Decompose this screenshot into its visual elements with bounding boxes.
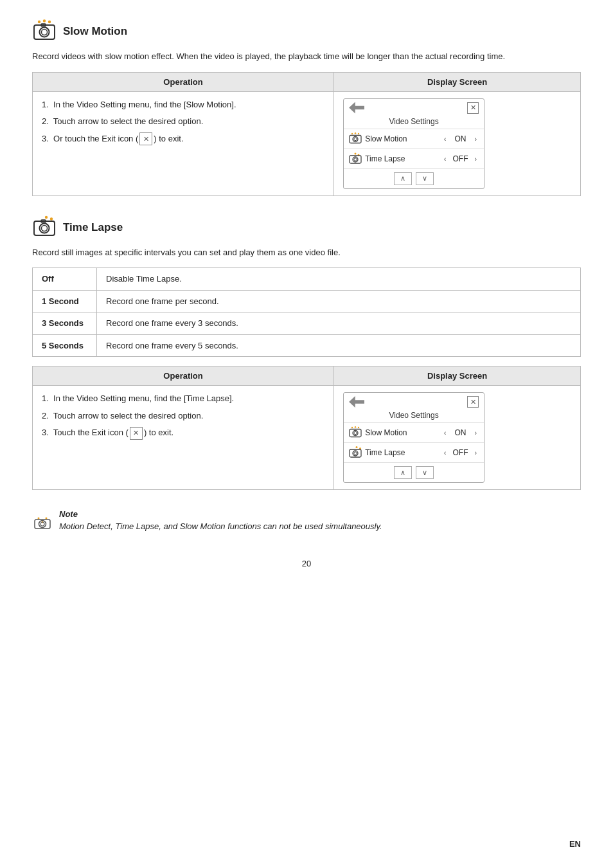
mockup-time-label-2: Time Lapse (365, 448, 439, 457)
svg-point-25 (355, 426, 356, 428)
option-5sec-key: 5 Seconds (33, 334, 97, 357)
mockup-header-2: ✕ (344, 393, 484, 410)
exit-icon-inline-1: ✕ (139, 132, 152, 145)
page-number: 20 (302, 559, 311, 568)
time-lapse-step-2: 2. Touch arrow to select the desired opt… (42, 410, 324, 422)
svg-point-33 (353, 451, 358, 456)
time-lapse-step-list: 1. In the Video Setting menu, find the [… (42, 392, 324, 440)
slow-motion-op-table: Operation Display Screen 1. In the Video… (32, 72, 581, 196)
option-off-value: Disable Time Lapse. (97, 268, 581, 291)
mockup-row-time-2: Time Lapse ‹ OFF › (344, 442, 484, 462)
mockup-arrow-left-2: ‹ (442, 155, 449, 163)
time-lapse-step-1: 1. In the Video Setting menu, find the [… (42, 392, 324, 405)
svg-point-30 (356, 446, 358, 448)
mockup-nav-down-2: ∨ (416, 466, 434, 479)
svg-point-13 (355, 152, 357, 154)
mockup-arrow-right-4: › (472, 449, 479, 457)
table-row: 1 Second Record one frame per second. (33, 290, 581, 312)
svg-point-0 (38, 21, 40, 23)
mockup-header-1: ✕ (344, 99, 484, 116)
option-1sec-value: Record one frame per second. (97, 290, 581, 312)
mockup-time-value-1: OFF (451, 154, 469, 163)
page-footer: 20 (32, 559, 581, 568)
slow-motion-display-header: Display Screen (334, 72, 581, 91)
svg-point-12 (354, 138, 357, 140)
mockup-arrow-left-3: ‹ (442, 429, 449, 437)
time-lapse-icon (32, 215, 57, 240)
option-1sec-key: 1 Second (33, 290, 97, 312)
slow-motion-step-list: 1. In the Video Setting menu, find the [… (42, 98, 324, 146)
svg-point-2 (48, 21, 51, 23)
slow-motion-op-header: Operation (33, 72, 334, 91)
svg-point-29 (354, 431, 357, 434)
mockup-row-time-1: Time Lapse ‹ OFF › (344, 149, 484, 168)
note-text: Motion Detect, Time Lapse, and Slow Moti… (59, 520, 382, 533)
svg-point-34 (354, 452, 357, 455)
time-lapse-options-table: Off Disable Time Lapse. 1 Second Record … (32, 267, 581, 357)
mockup-nav-1: ∧ ∨ (344, 168, 484, 188)
svg-point-16 (353, 157, 358, 162)
table-row: 3 Seconds Record one frame every 3 secon… (33, 312, 581, 335)
svg-point-26 (358, 427, 359, 428)
slow-motion-description: Record videos with slow motion effect. W… (32, 50, 581, 63)
slow-motion-title: Slow Motion (63, 25, 127, 38)
time-lapse-display-cell: ✕ Video Settings Slow Motion (334, 386, 581, 490)
mockup-arrow-right-1: › (472, 135, 479, 143)
mockup-title-1: Video Settings (344, 116, 484, 129)
svg-point-1 (43, 19, 46, 22)
slow-motion-display-mockup: ✕ Video Settings Slow Motio (343, 98, 484, 189)
slow-motion-step-3: 3. Or touch the Exit icon (✕) to exit. (42, 132, 324, 146)
mockup-title-2: Video Settings (344, 410, 484, 422)
slow-motion-step-2: 2. Touch arrow to select the desired opt… (42, 115, 324, 128)
exit-icon-inline-2: ✕ (130, 427, 143, 440)
svg-point-18 (45, 215, 48, 218)
slow-motion-steps: 1. In the Video Setting menu, find the [… (33, 91, 334, 195)
mockup-close-btn-2: ✕ (467, 396, 479, 408)
mockup-arrow-left-1: ‹ (442, 135, 449, 143)
svg-point-7 (351, 132, 353, 134)
time-lapse-display-header: Display Screen (334, 366, 581, 386)
mockup-time-icon-1 (349, 152, 362, 165)
svg-point-24 (351, 427, 353, 428)
svg-point-28 (353, 431, 358, 436)
mockup-nav-down-1: ∨ (416, 172, 434, 185)
time-lapse-title: Time Lapse (63, 221, 123, 234)
option-3sec-value: Record one frame every 3 seconds. (97, 312, 581, 335)
mockup-nav-up-1: ∧ (394, 172, 412, 185)
note-section: Note Motion Detect, Time Lapse, and Slow… (32, 509, 581, 533)
time-lapse-section-header: Time Lapse (32, 215, 581, 240)
time-lapse-description: Record still images at specific interval… (32, 246, 581, 259)
mockup-nav-up-2: ∧ (394, 466, 412, 479)
mockup-slow-icon-2 (349, 426, 362, 439)
mockup-slow-icon-1 (349, 132, 362, 145)
slow-motion-icon (32, 19, 57, 44)
time-lapse-steps: 1. In the Video Setting menu, find the [… (33, 386, 334, 490)
svg-point-36 (46, 518, 48, 520)
option-3sec-key: 3 Seconds (33, 312, 97, 335)
mockup-row-slow-1: Slow Motion ‹ ON › (344, 129, 484, 149)
mockup-nav-2: ∧ ∨ (344, 462, 484, 482)
mockup-arrow-right-2: › (472, 155, 479, 163)
slow-motion-section-header: Slow Motion (32, 19, 581, 44)
svg-point-19 (50, 217, 53, 220)
mockup-close-btn-1: ✕ (467, 102, 479, 114)
svg-point-9 (358, 132, 359, 134)
page-lang: EN (569, 839, 581, 849)
time-lapse-op-header: Operation (33, 366, 334, 386)
note-content: Note Motion Detect, Time Lapse, and Slow… (59, 509, 382, 533)
table-row: 5 Seconds Record one frame every 5 secon… (33, 334, 581, 357)
svg-point-5 (42, 30, 48, 35)
mockup-time-value-2: OFF (451, 448, 469, 457)
time-lapse-display-mockup: ✕ Video Settings Slow Motion (343, 392, 484, 483)
mockup-slow-label-2: Slow Motion (365, 428, 439, 437)
mockup-arrow-left-4: ‹ (442, 449, 449, 457)
time-lapse-op-table: Operation Display Screen 1. In the Video… (32, 366, 581, 490)
time-lapse-step-3: 3. Touch the Exit icon (✕) to exit. (42, 426, 324, 440)
mockup-slow-label-1: Slow Motion (365, 134, 439, 143)
mockup-back-btn-1 (349, 102, 364, 114)
svg-point-8 (355, 132, 356, 134)
slow-motion-step-1: 1. In the Video Setting menu, find the [… (42, 98, 324, 111)
mockup-row-slow-2: Slow Motion ‹ ON › (344, 422, 484, 442)
slow-motion-display-cell: ✕ Video Settings Slow Motio (334, 91, 581, 195)
note-title: Note (59, 509, 382, 519)
